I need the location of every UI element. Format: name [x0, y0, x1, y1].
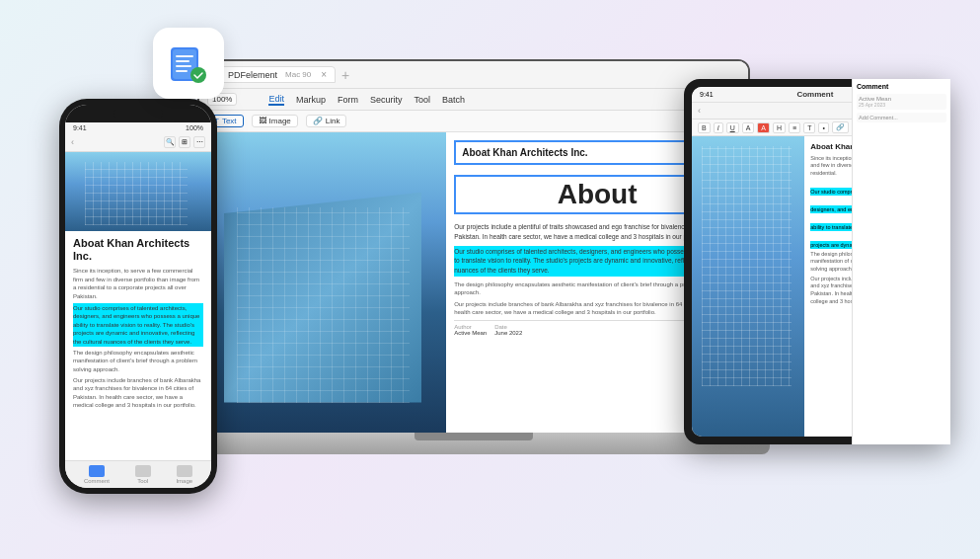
- pdfelement-tab[interactable]: P PDFelement Mac 90 ×: [207, 66, 336, 83]
- document-area: Aboat Khan Architects Inc. About Our pro…: [199, 132, 748, 433]
- menu-security[interactable]: Security: [370, 95, 403, 105]
- laptop-screen: P PDFelement Mac 90 × + 100% Edit Markup…: [197, 59, 750, 435]
- iphone-body2: The design philosophy encapsulates aesth…: [73, 349, 203, 373]
- iphone-battery: 100%: [186, 124, 203, 131]
- menu-markup[interactable]: Markup: [296, 95, 326, 105]
- fmt-bullet[interactable]: •: [818, 122, 828, 133]
- text-label: Text: [222, 117, 237, 125]
- fmt-link[interactable]: 🔗: [832, 121, 849, 133]
- image-tab-label: Image: [176, 478, 192, 484]
- iphone-building-grid: [85, 162, 188, 225]
- ipad-content: Aboat Khan Architects Inc. Since its inc…: [692, 136, 942, 437]
- pdf-page: Aboat Khan Architects Inc. About Our pro…: [199, 132, 748, 433]
- ipad-building-image: [692, 136, 804, 437]
- svg-rect-3: [176, 60, 189, 62]
- image-btn[interactable]: 🖼 Image: [252, 115, 298, 127]
- tab-number: Mac 90: [285, 70, 311, 79]
- iphone-screen: 9:41 100% ‹ 🔍 ⊞ ⋯: [65, 105, 211, 488]
- date-value: June 2022: [494, 330, 522, 336]
- tool-tab-icon: [135, 465, 151, 477]
- iphone-frame: 9:41 100% ‹ 🔍 ⊞ ⋯: [59, 99, 217, 494]
- fmt-align-left[interactable]: ≡: [789, 122, 800, 133]
- image-label: Image: [269, 117, 291, 125]
- link-icon: 🔗: [313, 117, 323, 125]
- tool-tab-label: Tool: [137, 478, 148, 484]
- menu-tool[interactable]: Tool: [415, 95, 431, 105]
- link-btn[interactable]: 🔗 Link: [306, 115, 347, 127]
- svg-rect-4: [176, 65, 191, 67]
- svg-rect-2: [176, 55, 193, 57]
- editing-bar: T Text 🖼 Image 🔗 Link ▤: [199, 111, 748, 132]
- fmt-highlight[interactable]: H: [773, 122, 786, 133]
- iphone-tab-image[interactable]: Image: [176, 465, 192, 484]
- iphone-body1: Since its inception, to serve a few comm…: [73, 267, 203, 300]
- iphone-title: Aboat Khan Architects Inc.: [73, 237, 203, 263]
- svg-rect-5: [176, 70, 188, 72]
- comment-tab-icon: [89, 465, 105, 477]
- author-value: Active Mean: [454, 330, 487, 336]
- tab-close-icon[interactable]: ×: [321, 69, 327, 80]
- date-field: Date June 2022: [494, 324, 522, 336]
- svg-point-6: [190, 67, 206, 83]
- iphone-tool-icons: 🔍 ⊞ ⋯: [164, 136, 205, 148]
- iphone-notch-bar: [113, 110, 163, 118]
- building-grid-overlay: [237, 207, 410, 403]
- new-tab-icon[interactable]: +: [341, 67, 349, 83]
- tab-label: PDFelement: [228, 70, 277, 80]
- menu-edit[interactable]: Edit: [268, 94, 284, 106]
- iphone-notch: [65, 105, 211, 122]
- comment-panel: Comment Active Mean 25 Apr 2023 Add Comm…: [852, 136, 942, 437]
- iphone-highlight: Our studio comprises of talented archite…: [73, 303, 203, 347]
- iphone-toolbar: ‹ 🔍 ⊞ ⋯: [65, 133, 211, 152]
- ipad-time: 9:41: [700, 91, 714, 98]
- menu-batch[interactable]: Batch: [442, 95, 465, 105]
- tab-bar: P PDFelement Mac 90 × +: [199, 61, 748, 89]
- iphone: 9:41 100% ‹ 🔍 ⊞ ⋯: [59, 99, 217, 494]
- iphone-time: 9:41: [73, 124, 87, 131]
- iphone-text-section: Aboat Khan Architects Inc. Since its inc…: [65, 231, 211, 419]
- fmt-underline[interactable]: U: [726, 122, 739, 133]
- laptop-base: [178, 433, 770, 454]
- iphone-tab-comment[interactable]: Comment: [84, 465, 110, 484]
- building-image: [199, 132, 446, 433]
- iphone-status-bar: 9:41 100%: [65, 122, 211, 133]
- fmt-bold[interactable]: B: [698, 122, 711, 133]
- menu-bar: 100% Edit Markup Form Security Tool Batc…: [199, 89, 748, 111]
- laptop-content: P PDFelement Mac 90 × + 100% Edit Markup…: [199, 61, 748, 433]
- author-field: Author Active Mean: [454, 324, 487, 336]
- ipad: 9:41 Comment 100% ‹ 🔍 ⊞ ✎ ⋯: [684, 79, 950, 444]
- link-label: Link: [326, 117, 340, 125]
- comment-tab-label: Comment: [84, 478, 110, 484]
- ipad-screen: 9:41 Comment 100% ‹ 🔍 ⊞ ✎ ⋯: [692, 87, 942, 437]
- iphone-body3: Our projects include branches of bank Al…: [73, 376, 203, 410]
- iphone-back-icon[interactable]: ‹: [71, 137, 74, 147]
- iphone-more-icon[interactable]: ⋯: [193, 136, 205, 148]
- fmt-italic[interactable]: I: [714, 122, 723, 133]
- iphone-bottom-bar: Comment Tool Image: [65, 460, 211, 488]
- menu-form[interactable]: Form: [338, 95, 358, 105]
- ipad-frame: 9:41 Comment 100% ‹ 🔍 ⊞ ✎ ⋯: [684, 79, 950, 444]
- ipad-building-grid: [702, 146, 792, 386]
- iphone-content: Aboat Khan Architects Inc. Since its inc…: [65, 152, 211, 460]
- image-tab-icon: [177, 465, 192, 477]
- page-image-area: Aboat Khan Architects Inc. About Our pro…: [199, 132, 748, 433]
- iphone-building-image: [65, 152, 211, 231]
- laptop: P PDFelement Mac 90 × + 100% Edit Markup…: [197, 59, 750, 484]
- fmt-color[interactable]: A: [757, 122, 770, 133]
- ipad-back-icon[interactable]: ‹: [698, 106, 701, 116]
- fmt-font-size[interactable]: A: [742, 122, 755, 133]
- iphone-search-icon[interactable]: 🔍: [164, 136, 176, 148]
- iphone-tab-tool[interactable]: Tool: [135, 465, 151, 484]
- image-icon: 🖼: [259, 117, 266, 125]
- app-icon: [153, 28, 224, 99]
- fmt-text-box[interactable]: T: [803, 122, 815, 133]
- iphone-grid-icon[interactable]: ⊞: [179, 136, 190, 148]
- ipad-toolbar-label: Comment: [796, 90, 833, 99]
